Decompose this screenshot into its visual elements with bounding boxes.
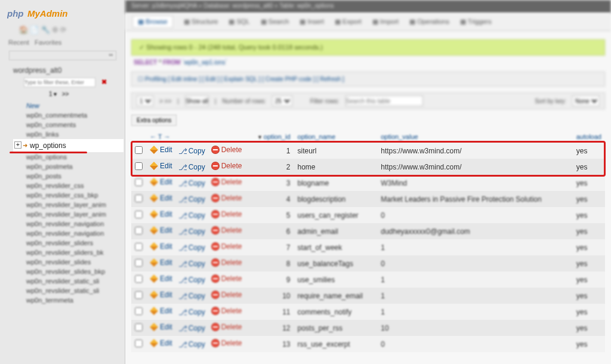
row-checkbox[interactable]: [135, 195, 143, 202]
col-option-name[interactable]: option_name: [294, 131, 378, 143]
nav-operations[interactable]: ▦ Operations: [409, 18, 449, 26]
row-checkbox[interactable]: [135, 243, 143, 251]
copy-link[interactable]: Copy: [178, 211, 205, 220]
nav-search[interactable]: ▦ Search: [261, 18, 289, 26]
edit-link[interactable]: Edit: [150, 178, 172, 186]
row-checkbox[interactable]: [135, 307, 143, 315]
row-checkbox[interactable]: [135, 211, 143, 218]
edit-link[interactable]: Edit: [150, 339, 172, 347]
edit-link[interactable]: Edit: [150, 291, 172, 299]
delete-link[interactable]: Delete: [211, 226, 242, 235]
profiling-bar[interactable]: ☐ Profiling [ Edit inline ] [ Edit ] [ E…: [131, 72, 605, 87]
copy-link[interactable]: Copy: [178, 227, 205, 236]
copy-link[interactable]: Copy: [178, 163, 205, 171]
delete-link[interactable]: Delete: [211, 274, 242, 283]
tree-table[interactable]: wp0n_revslider_css: [13, 181, 124, 190]
row-checkbox[interactable]: [135, 146, 143, 154]
tree-table[interactable]: wp0n_revslider_sliders: [13, 238, 124, 248]
db-tree-root[interactable]: wordpress_alt0: [1, 64, 124, 76]
delete-link[interactable]: Delete: [211, 146, 242, 154]
row-checkbox[interactable]: [135, 340, 143, 347]
collapse-toggle[interactable]: ∞: [9, 51, 116, 60]
tree-table[interactable]: wp0n_revslider_layer_anim: [13, 209, 124, 219]
edit-link[interactable]: Edit: [150, 146, 172, 154]
copy-link[interactable]: Copy: [178, 340, 205, 348]
delete-link[interactable]: Delete: [211, 178, 242, 186]
nav-insert[interactable]: ▦ Insert: [300, 18, 324, 26]
nav-export[interactable]: ▦ Export: [335, 18, 362, 26]
delete-link[interactable]: Delete: [211, 339, 242, 347]
tree-table[interactable]: wp0n_revslider_sliders_bk: [13, 248, 124, 257]
show-all-button[interactable]: Show all: [185, 95, 209, 106]
extra-options-button[interactable]: Extra options: [131, 115, 177, 126]
nav-import[interactable]: ▦ Import: [372, 18, 399, 26]
edit-link[interactable]: Edit: [150, 307, 172, 315]
edit-link[interactable]: Edit: [150, 242, 172, 251]
edit-link[interactable]: Edit: [150, 274, 172, 283]
tree-table[interactable]: wp0n_revslider_css_bkp: [13, 190, 124, 200]
col-autoload[interactable]: autoload: [573, 131, 605, 143]
edit-link[interactable]: Edit: [150, 210, 172, 218]
row-checkbox[interactable]: [135, 275, 143, 283]
edit-link[interactable]: Edit: [150, 162, 172, 170]
tree-table[interactable]: wp0n_options: [13, 152, 124, 162]
tree-table[interactable]: wp0n_revslider_static_sli: [13, 276, 124, 286]
copy-link[interactable]: Copy: [178, 276, 205, 284]
nav-triggers[interactable]: ▦ Triggers: [460, 18, 492, 26]
copy-link[interactable]: Copy: [178, 260, 205, 268]
tree-new-table[interactable]: New: [13, 101, 124, 110]
copy-link[interactable]: Copy: [178, 243, 205, 252]
delete-link[interactable]: Delete: [211, 162, 242, 170]
copy-link[interactable]: Copy: [178, 292, 205, 300]
nav-browse[interactable]: ▦ Browse: [132, 16, 173, 28]
tree-page-select[interactable]: 1 ▾ >>: [49, 91, 124, 97]
tree-table[interactable]: wp0n_termmeta: [13, 295, 124, 305]
delete-link[interactable]: Delete: [211, 291, 242, 299]
tree-table[interactable]: wp0n_comments: [13, 120, 124, 129]
copy-link[interactable]: Copy: [178, 324, 205, 332]
col-option-id[interactable]: option_id: [254, 131, 294, 143]
row-checkbox[interactable]: [135, 178, 143, 186]
tree-table[interactable]: wp0n_revslider_navigation: [13, 229, 124, 238]
rows-per-page[interactable]: 25: [272, 95, 292, 106]
filter-rows-input[interactable]: [345, 95, 423, 106]
row-checkbox[interactable]: [135, 162, 143, 170]
tree-table[interactable]: wp0n_revslider_slides_bkp: [13, 267, 124, 276]
col-option-value[interactable]: option_value: [377, 131, 573, 143]
copy-link[interactable]: Copy: [178, 147, 205, 155]
clear-filter-icon[interactable]: ✖: [101, 78, 107, 85]
tree-table[interactable]: wp0n_links: [13, 129, 124, 139]
copy-link[interactable]: Copy: [178, 308, 205, 316]
row-checkbox[interactable]: [135, 227, 143, 235]
row-checkbox[interactable]: [135, 291, 143, 299]
toolbar-icons[interactable]: 🏠 📄 🔧 ⚙ ⟳: [1, 26, 124, 36]
nav-structure[interactable]: ▦ Structure: [184, 18, 218, 26]
delete-link[interactable]: Delete: [211, 307, 242, 315]
nav-sql[interactable]: ▦ SQL: [229, 18, 249, 26]
tree-table[interactable]: wp0n_revslider_slides: [13, 257, 124, 267]
tree-table-focused[interactable]: wp_options: [13, 139, 124, 152]
copy-link[interactable]: Copy: [178, 195, 205, 203]
tree-table[interactable]: wp0n_commentmeta: [13, 110, 124, 120]
tree-table[interactable]: wp0n_revslider_layer_anim: [13, 200, 124, 209]
delete-link[interactable]: Delete: [211, 242, 242, 251]
tree-table[interactable]: wp0n_postmeta: [13, 162, 124, 171]
delete-link[interactable]: Delete: [211, 194, 242, 202]
delete-link[interactable]: Delete: [211, 323, 242, 331]
sidebar-tabs[interactable]: Recent Favorites: [1, 36, 124, 48]
page-select[interactable]: 1: [137, 95, 153, 106]
tree-table[interactable]: wp0n_posts: [13, 171, 124, 181]
tree-table[interactable]: wp0n_revslider_navigation: [13, 219, 124, 229]
sort-key-select[interactable]: None: [572, 95, 600, 106]
copy-link[interactable]: Copy: [178, 179, 205, 187]
edit-link[interactable]: Edit: [150, 323, 172, 331]
delete-link[interactable]: Delete: [211, 210, 242, 218]
delete-link[interactable]: Delete: [211, 258, 242, 267]
row-checkbox[interactable]: [135, 259, 143, 267]
row-checkbox[interactable]: [135, 323, 143, 331]
edit-link[interactable]: Edit: [150, 226, 172, 235]
edit-link[interactable]: Edit: [150, 194, 172, 202]
tree-filter-input[interactable]: [24, 78, 95, 87]
tree-table[interactable]: wp0n_revslider_static_sli: [13, 286, 124, 295]
edit-link[interactable]: Edit: [150, 258, 172, 267]
